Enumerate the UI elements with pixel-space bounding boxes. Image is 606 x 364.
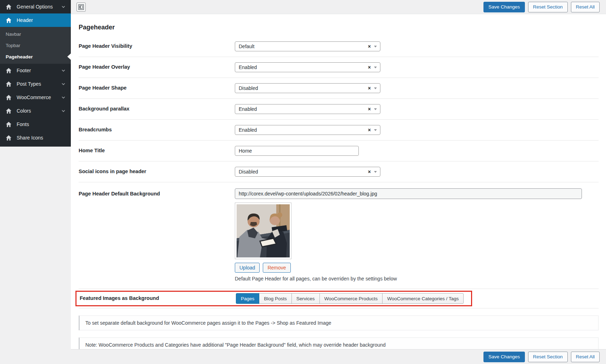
page-header-overlay-select[interactable]: Enabled × [235,62,380,72]
featured-images-row-annotated: Featured Images as Background Pages Blog… [75,291,472,306]
field-row-home-title: Home Title [79,141,599,161]
caret-down-icon [374,129,377,131]
selected-value: Disabled [239,85,368,91]
sidebar-item-label: Pageheader [6,54,33,59]
reset-section-button[interactable]: Reset Section [528,2,568,12]
woocommerce-override-notice: Note: WooCommerce Products and Categorie… [79,337,599,349]
field-label: Breadcrumbs [79,126,235,133]
bottom-toolbar: Save Changes Reset Section Reset All [71,349,606,364]
field-label: Page Header Default Background [79,188,235,198]
sidebar-item-header[interactable]: Header [0,13,71,27]
featured-images-button-group: Pages Blog Posts Services WooCommerce Pr… [236,293,464,304]
selected-value: Enabled [239,64,368,70]
field-label: Page Header Shape [79,85,235,92]
chevron-down-icon [61,95,66,100]
chevron-down-icon [61,108,66,113]
breadcrumbs-select[interactable]: Enabled × [235,125,380,135]
save-changes-button[interactable]: Save Changes [483,2,525,12]
reset-all-button-bottom[interactable]: Reset All [571,352,600,362]
home-title-input[interactable] [235,146,359,156]
home-icon [5,135,12,141]
reset-section-button-bottom[interactable]: Reset Section [528,352,568,362]
field-row-page-header-shape: Page Header Shape Disabled × [79,78,599,99]
background-parallax-select[interactable]: Enabled × [235,104,380,114]
selected-value: Enabled [239,127,368,133]
sidebar-item-topbar[interactable]: Topbar [0,40,71,51]
sidebar-item-pageheader[interactable]: Pageheader [0,51,71,62]
clear-icon[interactable]: × [368,65,371,70]
home-icon [5,94,12,101]
row-separator [79,308,599,308]
options-sidebar: General Options Header Navbar Topbar Pag… [0,0,71,364]
home-icon [5,121,12,128]
sidebar-item-navbar[interactable]: Navbar [0,28,71,40]
sidebar-item-label: Header [17,17,33,23]
sidebar-item-footer[interactable]: Footer [0,64,71,77]
clear-icon[interactable]: × [368,86,371,91]
caret-down-icon [374,46,377,47]
sidebar-item-label: General Options [17,4,53,10]
field-label: Featured Images as Background [80,295,236,302]
selected-value: Disabled [239,169,368,175]
sidebar-item-post-types[interactable]: Post Types [0,77,71,91]
field-label: Background parallax [79,106,235,113]
current-item-arrow-icon [67,53,71,60]
page-header-visibility-select[interactable]: Default × [235,41,380,51]
sidebar-item-woocommerce[interactable]: WooCommerce [0,91,71,104]
option-blog-posts-button[interactable]: Blog Posts [259,293,292,304]
field-row-social-icons: Social icons in page header Disabled × [79,161,599,182]
caret-down-icon [374,87,377,89]
chevron-down-icon [61,81,66,86]
sidebar-item-label: Topbar [6,43,20,48]
sidebar-item-label: Fonts [17,121,29,127]
field-row-page-header-overlay: Page Header Overlay Enabled × [79,57,599,78]
field-label: Home Title [79,147,235,154]
page-header-shape-select[interactable]: Disabled × [235,83,380,93]
options-menu: General Options Header Navbar Topbar Pag… [0,0,71,147]
reset-all-button[interactable]: Reset All [571,2,600,12]
panel-toggle-button[interactable] [77,2,86,12]
home-icon [5,81,12,87]
field-label: Page Header Visibility [79,43,235,50]
clear-icon[interactable]: × [368,44,371,49]
remove-button[interactable]: Remove [263,263,290,273]
background-image-thumbnail [235,203,291,259]
clear-icon[interactable]: × [368,127,371,132]
woocommerce-shop-notice: To set separate default background for W… [79,315,599,330]
sidebar-item-label: Footer [17,68,31,73]
option-services-button[interactable]: Services [291,293,320,304]
save-changes-button-bottom[interactable]: Save Changes [483,352,525,362]
header-submenu: Navbar Topbar Pageheader [0,27,71,64]
option-woocommerce-categories-button[interactable]: WooCommerce Categories / Tags [382,293,464,304]
chevron-down-icon [61,4,66,9]
home-icon [5,4,12,10]
option-woocommerce-products-button[interactable]: WooCommerce Products [319,293,383,304]
upload-button[interactable]: Upload [235,263,260,273]
clear-icon[interactable]: × [368,107,371,112]
caret-down-icon [374,67,377,68]
option-pages-button[interactable]: Pages [236,293,259,304]
sidebar-item-fonts[interactable]: Fonts [0,118,71,131]
caret-down-icon [374,171,377,173]
home-icon [5,108,12,114]
field-description: Default Page Header for all pages, can b… [235,276,599,281]
sidebar-item-label: Colors [17,108,31,114]
field-row-default-background: Page Header Default Background [79,182,599,289]
home-icon [5,67,12,74]
business-meeting-photo [237,204,290,257]
top-toolbar: Save Changes Reset Section Reset All [71,0,606,14]
sidebar-item-label: Post Types [17,81,41,87]
field-row-breadcrumbs: Breadcrumbs Enabled × [79,120,599,141]
panel-icon [78,4,84,10]
sidebar-item-share-icons[interactable]: Share Icons [0,131,71,144]
clear-icon[interactable]: × [368,169,371,174]
caret-down-icon [374,108,377,110]
social-icons-select[interactable]: Disabled × [235,167,380,177]
selected-value: Enabled [239,106,368,112]
chevron-down-icon [61,68,66,73]
field-row-background-parallax: Background parallax Enabled × [79,99,599,120]
sidebar-item-general-options[interactable]: General Options [0,0,71,13]
sidebar-item-colors[interactable]: Colors [0,104,71,118]
field-label: Social icons in page header [79,168,235,175]
background-url-input[interactable] [235,188,582,199]
